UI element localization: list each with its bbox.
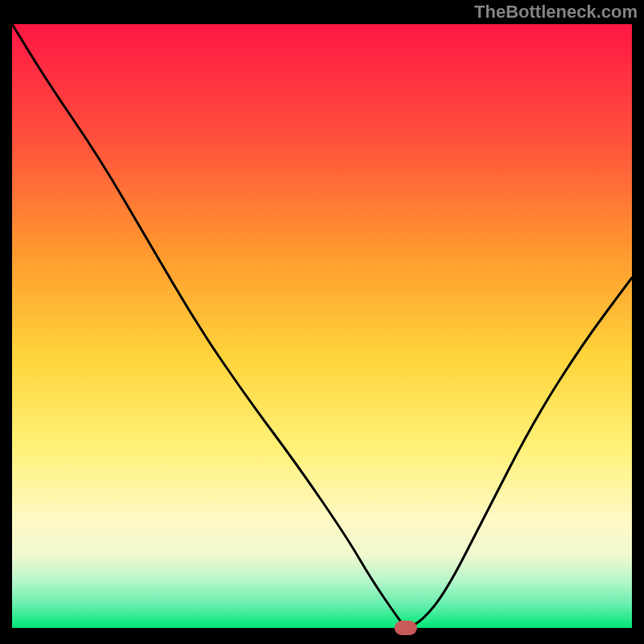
plot-area <box>12 24 632 628</box>
optimal-point-marker <box>394 621 417 635</box>
watermark-text: TheBottleneck.com <box>474 2 638 23</box>
gradient-background <box>12 24 632 628</box>
bottleneck-chart-svg <box>12 24 632 628</box>
chart-container: TheBottleneck.com <box>0 0 644 644</box>
